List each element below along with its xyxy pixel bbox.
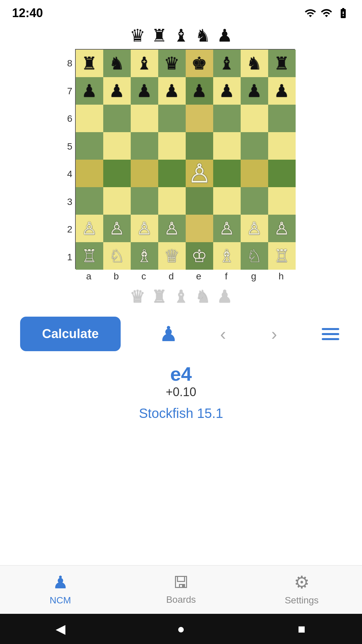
piece-bq-d8: ♛ (164, 55, 180, 72)
cell-h1[interactable]: ♖ (268, 242, 296, 270)
cell-h6[interactable] (268, 105, 296, 132)
piece-wq-d1: ♕ (164, 247, 180, 265)
cell-a7[interactable]: ♟ (76, 77, 103, 105)
cell-e1[interactable]: ♔ (186, 242, 213, 270)
menu-button[interactable] (319, 325, 342, 343)
engine-name: Stockfish 15.1 (139, 399, 223, 424)
menu-line-2 (322, 333, 339, 335)
cell-c1[interactable]: ♗ (131, 242, 158, 270)
nav-boards[interactable]: 🖫 Boards (154, 573, 208, 605)
cell-c6[interactable] (131, 105, 158, 132)
cell-e6[interactable] (186, 105, 213, 132)
cell-d6[interactable] (158, 105, 186, 132)
cell-f7[interactable]: ♟ (213, 77, 241, 105)
captured-pieces-bottom: ♛ ♜ ♝ ♞ ♟ (0, 282, 362, 309)
cell-b1[interactable]: ♘ (103, 242, 131, 270)
nav-ncm[interactable]: ♟ NCM (34, 572, 87, 606)
cell-e7[interactable]: ♟ (186, 77, 213, 105)
cell-g7[interactable]: ♟ (241, 77, 268, 105)
cell-d1[interactable]: ♕ (158, 242, 186, 270)
captured-rook-top: ♜ (152, 27, 167, 44)
cell-h5[interactable] (268, 132, 296, 160)
piece-wp-a2: ♙ (81, 220, 97, 237)
cell-g6[interactable] (241, 105, 268, 132)
prev-button[interactable]: ‹ (217, 324, 229, 344)
cell-g2[interactable]: ♙ (241, 215, 268, 242)
cell-a4[interactable] (76, 160, 103, 187)
cell-b6[interactable] (103, 105, 131, 132)
cell-g5[interactable] (241, 132, 268, 160)
cell-g4[interactable] (241, 160, 268, 187)
cell-g3[interactable] (241, 187, 268, 215)
home-button[interactable]: ● (169, 617, 193, 641)
piece-wb-c1: ♗ (136, 247, 152, 265)
cell-a3[interactable] (76, 187, 103, 215)
captured-knight-bottom: ♞ (195, 288, 211, 305)
cell-h2[interactable]: ♙ (268, 215, 296, 242)
cell-d3[interactable] (158, 187, 186, 215)
cell-c5[interactable] (131, 132, 158, 160)
piece-bb-f8: ♝ (219, 55, 235, 72)
cell-c2[interactable]: ♙ (131, 215, 158, 242)
back-button[interactable]: ◀ (49, 617, 72, 641)
cell-g1[interactable]: ♘ (241, 242, 268, 270)
cell-h7[interactable]: ♟ (268, 77, 296, 105)
cell-e3[interactable] (186, 187, 213, 215)
controls-row: Calculate ♟ ‹ › (0, 309, 362, 359)
piece-wp-g2: ♙ (246, 220, 262, 237)
captured-rook-bottom: ♜ (152, 288, 167, 305)
cell-c7[interactable]: ♟ (131, 77, 158, 105)
recents-button[interactable]: ■ (290, 617, 313, 641)
piece-bp-d7: ♟ (164, 82, 180, 100)
cell-b4[interactable] (103, 160, 131, 187)
cell-d2[interactable]: ♙ (158, 215, 186, 242)
cell-c8[interactable]: ♝ (131, 50, 158, 77)
cell-f3[interactable] (213, 187, 241, 215)
rank-6: 6 (67, 105, 72, 132)
cell-f4[interactable] (213, 160, 241, 187)
cell-a6[interactable] (76, 105, 103, 132)
piece-bb-c8: ♝ (136, 55, 152, 72)
cell-c3[interactable] (131, 187, 158, 215)
cell-f2[interactable]: ♙ (213, 215, 241, 242)
captured-pieces-top: ♛ ♜ ♝ ♞ ♟ (0, 23, 362, 49)
cell-h4[interactable] (268, 160, 296, 187)
cell-d7[interactable]: ♟ (158, 77, 186, 105)
cell-a2[interactable]: ♙ (76, 215, 103, 242)
cell-e2[interactable] (186, 215, 213, 242)
file-a: a (75, 271, 103, 282)
cell-b8[interactable]: ♞ (103, 50, 131, 77)
cell-a5[interactable] (76, 132, 103, 160)
cell-a1[interactable]: ♖ (76, 242, 103, 270)
board-container: 8 7 6 5 4 3 2 1 ♜♞♝♛♚♝♞♜♟♟♟♟♟♟♟♟♙♙♙♙♙♙♙♙… (0, 49, 362, 282)
piece-wr-a1: ♖ (81, 247, 97, 265)
cell-b2[interactable]: ♙ (103, 215, 131, 242)
cell-f6[interactable] (213, 105, 241, 132)
cell-d5[interactable] (158, 132, 186, 160)
piece-selector-icon[interactable]: ♟ (159, 322, 178, 346)
cell-a8[interactable]: ♜ (76, 50, 103, 77)
piece-bp-a7: ♟ (81, 82, 97, 100)
cell-h3[interactable] (268, 187, 296, 215)
bottom-nav: ♟ NCM 🖫 Boards ⚙ Settings (0, 565, 362, 614)
cell-f5[interactable] (213, 132, 241, 160)
cell-d4[interactable] (158, 160, 186, 187)
cell-h8[interactable]: ♜ (268, 50, 296, 77)
captured-bishop-bottom: ♝ (173, 288, 189, 305)
cell-e8[interactable]: ♚ (186, 50, 213, 77)
cell-d8[interactable]: ♛ (158, 50, 186, 77)
file-f: f (213, 271, 240, 282)
cell-b7[interactable]: ♟ (103, 77, 131, 105)
cell-g8[interactable]: ♞ (241, 50, 268, 77)
cell-e5[interactable] (186, 132, 213, 160)
next-button[interactable]: › (268, 324, 280, 344)
cell-e4[interactable]: ♙ (186, 160, 213, 187)
cell-f8[interactable]: ♝ (213, 50, 241, 77)
chess-board[interactable]: ♜♞♝♛♚♝♞♜♟♟♟♟♟♟♟♟♙♙♙♙♙♙♙♙♖♘♗♕♔♗♘♖ (75, 49, 295, 269)
cell-b5[interactable] (103, 132, 131, 160)
calculate-button[interactable]: Calculate (20, 317, 121, 351)
nav-settings[interactable]: ⚙ Settings (275, 572, 328, 606)
cell-b3[interactable] (103, 187, 131, 215)
cell-c4[interactable] (131, 160, 158, 187)
cell-f1[interactable]: ♗ (213, 242, 241, 270)
